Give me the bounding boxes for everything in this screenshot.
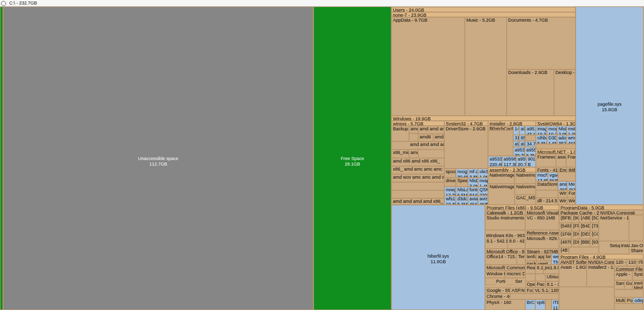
avast-sw[interactable]: AVAST Software: [559, 259, 587, 264]
qsmv[interactable]: QSMV220KB: [478, 187, 488, 196]
cc1f[interactable]: {CC1F: [590, 231, 599, 239]
steam[interactable]: Steam - 827MB: [525, 249, 559, 254]
d3dcs[interactable]: d3dcsx5.3MB: [456, 196, 468, 205]
winS[interactable]: WinS: [558, 198, 567, 205]
engin[interactable]: Engin: [558, 167, 567, 172]
p8[interactable]: 34.7MB: [525, 141, 536, 147]
dll214[interactable]: dll - 214.5MB: [536, 198, 558, 205]
fonts[interactable]: Fonts - 411.0M: [536, 167, 558, 172]
nvidia-corp[interactable]: NVIDIA Corporati: [599, 210, 643, 215]
bfb515[interactable]: {BFB515: [559, 215, 572, 223]
gac-msil[interactable]: GAC_MSIL -: [515, 195, 536, 205]
fox[interactable]: Fox: [525, 287, 533, 293]
abb0[interactable]: {ABB0: [579, 215, 590, 223]
ita[interactable]: ITa: [637, 259, 643, 266]
pf-pad[interactable]: [559, 287, 614, 310]
amd-g3[interactable]: [391, 182, 444, 190]
fontext[interactable]: fontext844KB: [468, 187, 478, 196]
avast16[interactable]: Avast - 1.6GB: [559, 264, 587, 287]
mschbl[interactable]: mschbl13.8MB: [536, 172, 548, 181]
studio[interactable]: Studio Instruments - 1.2GB: [485, 215, 525, 230]
assem[interactable]: assem: [556, 154, 566, 167]
p1[interactable]: 14F: [513, 126, 519, 135]
drivers[interactable]: drivers: [444, 178, 456, 187]
syswow64-header[interactable]: SysWOW64 - 1.3GB: [536, 121, 576, 126]
pfiles86-header[interactable]: Program Files (x86) - 9.5GB: [485, 205, 559, 210]
cffe[interactable]: {93CFF: [590, 239, 599, 247]
pfiles-header[interactable]: Program Files - 4.9GB: [559, 254, 643, 259]
users-header[interactable]: Users - 24.0GB: [391, 7, 576, 12]
tem[interactable]: Tem: [517, 254, 525, 265]
amd6-b[interactable]: [409, 133, 418, 141]
tenfoo[interactable]: tenfoo: [525, 254, 536, 261]
appdata[interactable]: AppData - 9.7GB: [391, 17, 465, 116]
amd64[interactable]: amd64_: [433, 134, 444, 141]
mf-dll[interactable]: mf.dll3.8MB: [468, 169, 478, 178]
p5[interactable]: 85a: [519, 135, 525, 141]
ms829[interactable]: Microsoft - 829.9MB: [525, 236, 559, 249]
p7[interactable]: a95: [519, 141, 525, 147]
patchcache-body[interactable]: [488, 130, 513, 156]
p4[interactable]: 31B: [513, 135, 519, 141]
pf-pad3[interactable]: [614, 303, 643, 310]
x86-amd[interactable]: x86_ amd amc amc amc amc x86_: [391, 166, 444, 174]
free-space[interactable]: Free Space28.1GB: [313, 7, 391, 310]
n110[interactable]: 110 -: [627, 259, 637, 266]
x86-microsw[interactable]: x86_microsw: [391, 149, 409, 158]
p12[interactable]: a9598a117.3MB: [502, 156, 516, 167]
driverstore[interactable]: DriverStore - 2.6GB: [444, 126, 488, 169]
b4878[interactable]: {4878}: [559, 239, 572, 247]
off[interactable]: Off: [638, 243, 643, 248]
music[interactable]: Music - 5.2GB: [465, 17, 507, 116]
msoffice[interactable]: Microsoft Office - 881.8MB: [485, 249, 525, 254]
apple[interactable]: Apple - 1: [614, 271, 632, 280]
nvidia2[interactable]: NVIDIA Corporat: [587, 259, 614, 264]
chrome[interactable]: Chrome - 460: [485, 293, 510, 299]
odepa[interactable]: odepa: [633, 297, 643, 303]
vl[interactable]: VL: [533, 287, 540, 293]
ime[interactable]: IME: [567, 167, 576, 172]
amd6s[interactable]: amd6: [409, 149, 418, 158]
gust[interactable]: Gust: [624, 280, 632, 289]
none7-header[interactable]: none-7 - 23.9GB: [391, 12, 576, 17]
nvapea[interactable]: nvapea1.4MB: [478, 178, 488, 187]
vc[interactable]: VC - 850.1MB: [525, 215, 559, 230]
installer2[interactable]: Installer2 - 1.30G: [587, 264, 614, 287]
unaccessible-space[interactable]: Unaccessible space112.7GB: [3, 7, 313, 310]
packs[interactable]: Packs: [535, 281, 545, 287]
nativeimg-b[interactable]: NativeImage: [515, 184, 536, 195]
font-a[interactable]: Font: [567, 190, 576, 198]
desktop[interactable]: Desktop - 1.1G: [554, 69, 576, 116]
x86-row[interactable]: amd x86 amd x86 x86_: [391, 158, 444, 166]
nvoglv[interactable]: nvoglv30.6MB: [456, 169, 468, 178]
mstsc[interactable]: mstsc1.0MB: [567, 126, 576, 135]
pagefile[interactable]: pagefile.sys15.8GB: [576, 7, 643, 205]
install[interactable]: Install: [620, 243, 630, 248]
pad-pd[interactable]: [569, 247, 599, 254]
nativeimg4[interactable]: NativeImages_v4: [488, 172, 515, 184]
cthbrk[interactable]: cthbrk5.8MB: [536, 135, 547, 144]
ffc[interactable]: {FFC: [572, 223, 579, 231]
wmer[interactable]: wmer4KB: [567, 135, 576, 144]
office14[interactable]: Office14 - 715.2MB: [485, 254, 517, 265]
nlsdat[interactable]: NlsDat3.0MB: [468, 178, 478, 187]
vp8x[interactable]: vp8x: [535, 299, 545, 310]
p9[interactable]: a953d830.7MB: [513, 147, 525, 156]
s481f[interactable]: {5481F: [559, 223, 572, 231]
physx[interactable]: PhysX - 160: [485, 299, 525, 310]
nlslex2[interactable]: NlsLex2.0MB: [557, 126, 567, 135]
java[interactable]: Java: [630, 243, 638, 248]
aviapp[interactable]: aviapp464KB: [468, 196, 478, 205]
refassem[interactable]: Reference Assemblies: [525, 230, 559, 236]
amd-g2[interactable]: [418, 149, 444, 158]
winsxs-header[interactable]: winsxs - 5.7GB: [391, 121, 444, 126]
frame[interactable]: Frame: [566, 154, 576, 167]
ite112[interactable]: ITE112: [551, 299, 559, 310]
installer-header[interactable]: Installer - 2.8GB: [488, 121, 536, 126]
setup[interactable]: Setup: [609, 243, 620, 248]
winds-a[interactable]: Winds: [558, 190, 567, 198]
nativeimg[interactable]: NativeImage: [515, 172, 536, 184]
mssdk[interactable]: Microsoft SDK: [485, 265, 505, 271]
pad-pf5[interactable]: [510, 293, 559, 299]
syst[interactable]: Syst: [632, 271, 643, 280]
